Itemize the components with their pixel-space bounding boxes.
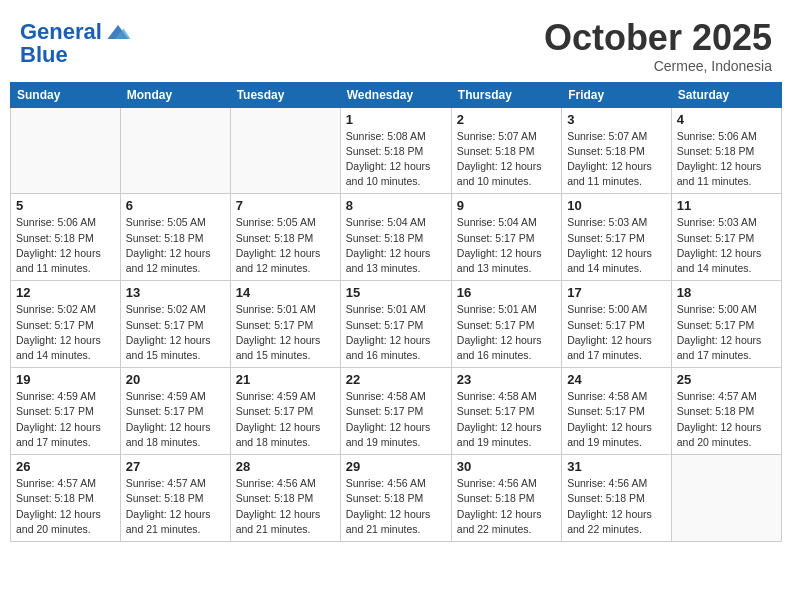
calendar-cell: 30Sunrise: 4:56 AMSunset: 5:18 PMDayligh… xyxy=(451,455,561,542)
calendar-cell xyxy=(671,455,781,542)
day-number: 15 xyxy=(346,285,446,300)
calendar-cell: 17Sunrise: 5:00 AMSunset: 5:17 PMDayligh… xyxy=(562,281,672,368)
calendar-cell: 9Sunrise: 5:04 AMSunset: 5:17 PMDaylight… xyxy=(451,194,561,281)
day-info: Sunrise: 5:04 AMSunset: 5:17 PMDaylight:… xyxy=(457,215,556,276)
calendar-cell: 24Sunrise: 4:58 AMSunset: 5:17 PMDayligh… xyxy=(562,368,672,455)
day-info: Sunrise: 4:56 AMSunset: 5:18 PMDaylight:… xyxy=(457,476,556,537)
day-number: 10 xyxy=(567,198,666,213)
day-info: Sunrise: 4:57 AMSunset: 5:18 PMDaylight:… xyxy=(677,389,776,450)
day-number: 4 xyxy=(677,112,776,127)
weekday-header-sunday: Sunday xyxy=(11,82,121,107)
day-number: 5 xyxy=(16,198,115,213)
day-number: 14 xyxy=(236,285,335,300)
logo-icon xyxy=(104,18,132,46)
day-info: Sunrise: 4:56 AMSunset: 5:18 PMDaylight:… xyxy=(236,476,335,537)
day-number: 18 xyxy=(677,285,776,300)
calendar-cell: 29Sunrise: 4:56 AMSunset: 5:18 PMDayligh… xyxy=(340,455,451,542)
calendar-cell: 3Sunrise: 5:07 AMSunset: 5:18 PMDaylight… xyxy=(562,107,672,194)
calendar-cell: 28Sunrise: 4:56 AMSunset: 5:18 PMDayligh… xyxy=(230,455,340,542)
day-number: 27 xyxy=(126,459,225,474)
calendar-cell: 23Sunrise: 4:58 AMSunset: 5:17 PMDayligh… xyxy=(451,368,561,455)
day-number: 31 xyxy=(567,459,666,474)
calendar-cell: 31Sunrise: 4:56 AMSunset: 5:18 PMDayligh… xyxy=(562,455,672,542)
day-number: 21 xyxy=(236,372,335,387)
calendar-cell: 19Sunrise: 4:59 AMSunset: 5:17 PMDayligh… xyxy=(11,368,121,455)
calendar-week-row: 19Sunrise: 4:59 AMSunset: 5:17 PMDayligh… xyxy=(11,368,782,455)
day-info: Sunrise: 5:03 AMSunset: 5:17 PMDaylight:… xyxy=(567,215,666,276)
calendar-cell xyxy=(230,107,340,194)
day-info: Sunrise: 4:56 AMSunset: 5:18 PMDaylight:… xyxy=(567,476,666,537)
day-number: 1 xyxy=(346,112,446,127)
calendar-cell: 10Sunrise: 5:03 AMSunset: 5:17 PMDayligh… xyxy=(562,194,672,281)
day-number: 11 xyxy=(677,198,776,213)
day-number: 2 xyxy=(457,112,556,127)
calendar-week-row: 26Sunrise: 4:57 AMSunset: 5:18 PMDayligh… xyxy=(11,455,782,542)
calendar-week-row: 1Sunrise: 5:08 AMSunset: 5:18 PMDaylight… xyxy=(11,107,782,194)
calendar-cell: 5Sunrise: 5:06 AMSunset: 5:18 PMDaylight… xyxy=(11,194,121,281)
day-number: 20 xyxy=(126,372,225,387)
calendar-cell: 8Sunrise: 5:04 AMSunset: 5:18 PMDaylight… xyxy=(340,194,451,281)
day-info: Sunrise: 4:57 AMSunset: 5:18 PMDaylight:… xyxy=(126,476,225,537)
calendar-header-row: SundayMondayTuesdayWednesdayThursdayFrid… xyxy=(11,82,782,107)
day-number: 28 xyxy=(236,459,335,474)
day-info: Sunrise: 5:08 AMSunset: 5:18 PMDaylight:… xyxy=(346,129,446,190)
day-number: 12 xyxy=(16,285,115,300)
month-title: October 2025 xyxy=(544,18,772,58)
day-number: 13 xyxy=(126,285,225,300)
day-number: 30 xyxy=(457,459,556,474)
calendar-cell xyxy=(11,107,121,194)
day-info: Sunrise: 4:59 AMSunset: 5:17 PMDaylight:… xyxy=(16,389,115,450)
calendar-cell xyxy=(120,107,230,194)
day-number: 23 xyxy=(457,372,556,387)
day-info: Sunrise: 5:01 AMSunset: 5:17 PMDaylight:… xyxy=(457,302,556,363)
day-number: 22 xyxy=(346,372,446,387)
calendar-cell: 1Sunrise: 5:08 AMSunset: 5:18 PMDaylight… xyxy=(340,107,451,194)
calendar-cell: 7Sunrise: 5:05 AMSunset: 5:18 PMDaylight… xyxy=(230,194,340,281)
calendar-cell: 13Sunrise: 5:02 AMSunset: 5:17 PMDayligh… xyxy=(120,281,230,368)
day-info: Sunrise: 5:02 AMSunset: 5:17 PMDaylight:… xyxy=(16,302,115,363)
day-info: Sunrise: 5:00 AMSunset: 5:17 PMDaylight:… xyxy=(567,302,666,363)
day-info: Sunrise: 4:56 AMSunset: 5:18 PMDaylight:… xyxy=(346,476,446,537)
day-info: Sunrise: 5:00 AMSunset: 5:17 PMDaylight:… xyxy=(677,302,776,363)
calendar-cell: 4Sunrise: 5:06 AMSunset: 5:18 PMDaylight… xyxy=(671,107,781,194)
calendar-cell: 20Sunrise: 4:59 AMSunset: 5:17 PMDayligh… xyxy=(120,368,230,455)
day-info: Sunrise: 5:03 AMSunset: 5:17 PMDaylight:… xyxy=(677,215,776,276)
calendar-cell: 16Sunrise: 5:01 AMSunset: 5:17 PMDayligh… xyxy=(451,281,561,368)
day-info: Sunrise: 5:01 AMSunset: 5:17 PMDaylight:… xyxy=(346,302,446,363)
day-info: Sunrise: 4:58 AMSunset: 5:17 PMDaylight:… xyxy=(457,389,556,450)
weekday-header-wednesday: Wednesday xyxy=(340,82,451,107)
day-info: Sunrise: 4:59 AMSunset: 5:17 PMDaylight:… xyxy=(126,389,225,450)
calendar-cell: 2Sunrise: 5:07 AMSunset: 5:18 PMDaylight… xyxy=(451,107,561,194)
calendar-cell: 11Sunrise: 5:03 AMSunset: 5:17 PMDayligh… xyxy=(671,194,781,281)
calendar-cell: 22Sunrise: 4:58 AMSunset: 5:17 PMDayligh… xyxy=(340,368,451,455)
day-number: 8 xyxy=(346,198,446,213)
calendar-cell: 12Sunrise: 5:02 AMSunset: 5:17 PMDayligh… xyxy=(11,281,121,368)
weekday-header-friday: Friday xyxy=(562,82,672,107)
calendar-week-row: 12Sunrise: 5:02 AMSunset: 5:17 PMDayligh… xyxy=(11,281,782,368)
calendar-cell: 27Sunrise: 4:57 AMSunset: 5:18 PMDayligh… xyxy=(120,455,230,542)
day-info: Sunrise: 5:07 AMSunset: 5:18 PMDaylight:… xyxy=(567,129,666,190)
day-info: Sunrise: 5:06 AMSunset: 5:18 PMDaylight:… xyxy=(677,129,776,190)
title-area: October 2025 Cermee, Indonesia xyxy=(544,18,772,74)
day-number: 17 xyxy=(567,285,666,300)
logo-text: General xyxy=(20,20,102,44)
day-info: Sunrise: 4:58 AMSunset: 5:17 PMDaylight:… xyxy=(346,389,446,450)
calendar-cell: 25Sunrise: 4:57 AMSunset: 5:18 PMDayligh… xyxy=(671,368,781,455)
day-number: 16 xyxy=(457,285,556,300)
location-subtitle: Cermee, Indonesia xyxy=(544,58,772,74)
calendar-cell: 14Sunrise: 5:01 AMSunset: 5:17 PMDayligh… xyxy=(230,281,340,368)
day-number: 7 xyxy=(236,198,335,213)
calendar-cell: 6Sunrise: 5:05 AMSunset: 5:18 PMDaylight… xyxy=(120,194,230,281)
calendar-cell: 21Sunrise: 4:59 AMSunset: 5:17 PMDayligh… xyxy=(230,368,340,455)
weekday-header-thursday: Thursday xyxy=(451,82,561,107)
day-number: 3 xyxy=(567,112,666,127)
calendar-cell: 18Sunrise: 5:00 AMSunset: 5:17 PMDayligh… xyxy=(671,281,781,368)
calendar-cell: 26Sunrise: 4:57 AMSunset: 5:18 PMDayligh… xyxy=(11,455,121,542)
weekday-header-saturday: Saturday xyxy=(671,82,781,107)
day-number: 9 xyxy=(457,198,556,213)
calendar-cell: 15Sunrise: 5:01 AMSunset: 5:17 PMDayligh… xyxy=(340,281,451,368)
day-info: Sunrise: 5:05 AMSunset: 5:18 PMDaylight:… xyxy=(236,215,335,276)
day-number: 29 xyxy=(346,459,446,474)
logo: General Blue xyxy=(20,18,132,68)
calendar-week-row: 5Sunrise: 5:06 AMSunset: 5:18 PMDaylight… xyxy=(11,194,782,281)
